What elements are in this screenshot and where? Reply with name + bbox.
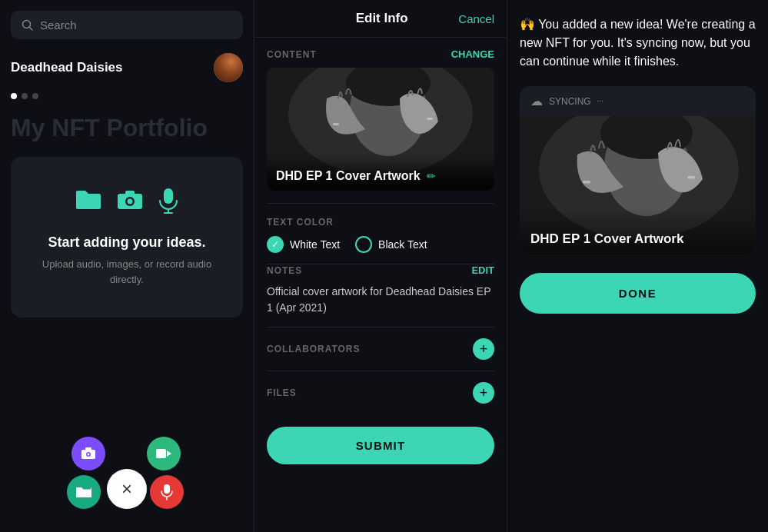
white-text-label: White Text bbox=[290, 238, 340, 251]
empty-card: Start adding your ideas. Upload audio, i… bbox=[11, 157, 243, 318]
radio-row: ✓ White Text Black Text bbox=[267, 236, 494, 253]
notes-label: NOTES bbox=[267, 265, 302, 276]
svg-rect-21 bbox=[333, 123, 339, 125]
artwork-container: DHD EP 1 Cover Artwork ✏ bbox=[267, 68, 494, 191]
fab-folder-button[interactable] bbox=[67, 475, 101, 509]
dot-3[interactable] bbox=[32, 93, 38, 99]
camera-icon bbox=[116, 188, 144, 219]
notes-section: NOTES EDIT Official cover artwork for De… bbox=[254, 264, 507, 327]
syncing-header: ☁ SYNCING ··· bbox=[520, 86, 756, 116]
success-text: You added a new idea! We're creating a n… bbox=[520, 18, 756, 68]
notes-text: Official cover artwork for Deadhead Dais… bbox=[267, 284, 494, 316]
collaborators-label: COLLABORATORS bbox=[267, 344, 360, 354]
text-color-section: TEXT COLOR ✓ White Text Black Text bbox=[254, 204, 507, 264]
svg-rect-12 bbox=[85, 447, 91, 451]
empty-card-subtitle: Upload audio, images, or record audio di… bbox=[26, 257, 228, 287]
upload-icons-row bbox=[75, 188, 179, 219]
success-emoji: 🙌 bbox=[520, 18, 535, 31]
add-collaborator-button[interactable]: + bbox=[473, 338, 494, 360]
syncing-artwork-title: DHD EP 1 Cover Artwork bbox=[530, 231, 683, 247]
syncing-card: ☁ SYNCING ··· bbox=[520, 86, 756, 254]
submit-area: SUBMIT bbox=[254, 427, 507, 464]
submit-button[interactable]: SUBMIT bbox=[267, 427, 494, 464]
svg-point-4 bbox=[128, 199, 133, 204]
svg-rect-28 bbox=[583, 181, 590, 184]
cloud-icon: ☁ bbox=[530, 94, 543, 108]
edit-pencil-icon[interactable]: ✏ bbox=[427, 170, 436, 182]
fab-area: × bbox=[0, 432, 254, 509]
svg-marker-14 bbox=[167, 451, 171, 457]
avatar[interactable] bbox=[214, 53, 243, 82]
fab-mic-button[interactable] bbox=[150, 475, 184, 509]
portfolio-title: My NFT Portfolio bbox=[11, 115, 243, 141]
svg-rect-29 bbox=[687, 176, 695, 179]
edit-header: Edit Info Cancel bbox=[254, 0, 507, 38]
syncing-dot: ··· bbox=[597, 97, 603, 105]
radio-check-icon: ✓ bbox=[271, 239, 279, 250]
fab-close-button[interactable]: × bbox=[107, 469, 147, 509]
svg-rect-15 bbox=[164, 484, 170, 494]
panel-middle: Edit Info Cancel CONTENT CHANGE bbox=[254, 0, 507, 532]
svg-rect-6 bbox=[164, 188, 173, 204]
svg-rect-13 bbox=[156, 449, 166, 458]
syncing-label: SYNCING bbox=[549, 96, 591, 107]
panel-right: 🙌 You added a new idea! We're creating a… bbox=[507, 0, 768, 532]
black-text-label: Black Text bbox=[378, 238, 427, 251]
fab-cluster: × bbox=[58, 432, 196, 509]
empty-card-title: Start adding your ideas. bbox=[48, 234, 205, 251]
artwork-title-bar: DHD EP 1 Cover Artwork ✏ bbox=[267, 161, 494, 191]
files-label: FILES bbox=[267, 387, 297, 398]
content-section: CONTENT CHANGE bbox=[254, 38, 507, 191]
user-row: Deadhead Daisies bbox=[11, 53, 243, 82]
done-button[interactable]: DONE bbox=[520, 273, 756, 314]
user-name: Deadhead Daisies bbox=[11, 60, 123, 75]
fab-video-button[interactable] bbox=[147, 437, 181, 470]
files-section: FILES + bbox=[254, 371, 507, 414]
white-text-option[interactable]: ✓ White Text bbox=[267, 236, 340, 253]
text-color-label: TEXT COLOR bbox=[267, 217, 334, 228]
syncing-artwork-image: DHD EP 1 Cover Artwork bbox=[520, 116, 756, 254]
black-text-option[interactable]: Black Text bbox=[355, 236, 427, 253]
black-text-radio[interactable] bbox=[355, 236, 372, 253]
artwork-title-text: DHD EP 1 Cover Artwork bbox=[276, 169, 421, 183]
svg-rect-5 bbox=[125, 191, 135, 195]
microphone-icon bbox=[158, 188, 179, 219]
content-label: CONTENT bbox=[267, 49, 317, 60]
dot-2[interactable] bbox=[22, 93, 28, 99]
cancel-button[interactable]: Cancel bbox=[458, 12, 494, 25]
collaborators-section: COLLABORATORS + bbox=[254, 328, 507, 371]
svg-point-11 bbox=[88, 454, 90, 456]
fab-camera-button[interactable] bbox=[71, 437, 105, 470]
edit-info-title: Edit Info bbox=[305, 11, 458, 26]
folder-icon bbox=[75, 188, 102, 219]
notes-edit-button[interactable]: EDIT bbox=[471, 264, 494, 276]
white-text-radio[interactable]: ✓ bbox=[267, 236, 284, 253]
page-dots bbox=[11, 93, 243, 99]
panel-left: Search Deadhead Daisies My NFT Portfolio bbox=[0, 0, 254, 532]
dot-1[interactable] bbox=[11, 93, 17, 99]
content-section-header: CONTENT CHANGE bbox=[267, 48, 494, 60]
search-icon bbox=[22, 19, 34, 32]
search-input-placeholder: Search bbox=[40, 18, 77, 32]
svg-line-1 bbox=[30, 27, 33, 30]
success-message: 🙌 You added a new idea! We're creating a… bbox=[520, 15, 756, 71]
edit-body: CONTENT CHANGE bbox=[254, 38, 507, 532]
notes-section-header: NOTES EDIT bbox=[267, 264, 494, 276]
change-button[interactable]: CHANGE bbox=[451, 48, 494, 60]
search-bar[interactable]: Search bbox=[11, 11, 243, 39]
svg-rect-22 bbox=[427, 118, 433, 120]
add-file-button[interactable]: + bbox=[473, 382, 494, 404]
